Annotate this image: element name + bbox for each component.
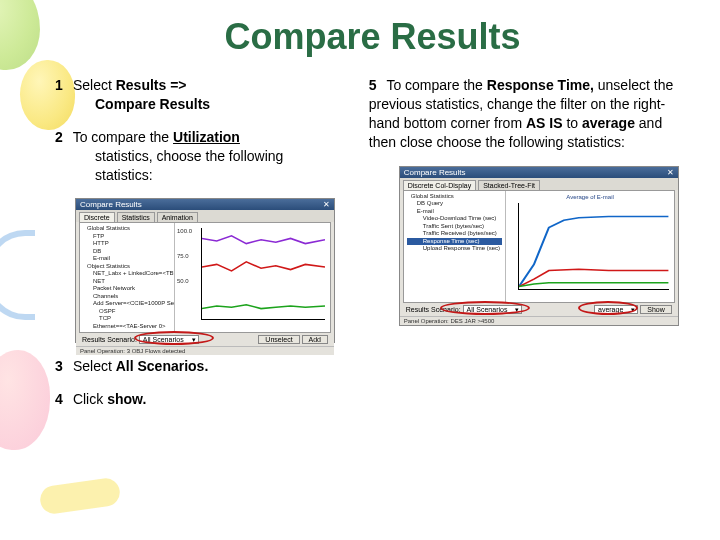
tree-node: NET_Labx + LinkedCore=<TB>=<0> — [83, 270, 171, 278]
shot2-status: Panel Operation: DES JAR >4500 — [400, 316, 678, 325]
tree-node: E-mail — [407, 208, 503, 216]
step-5-number: 5 — [369, 76, 383, 95]
shot1-unselect-btn: Unselect — [258, 335, 299, 344]
pill-yellow-decor — [38, 477, 121, 516]
tree-node: Packet Network — [83, 285, 171, 293]
step-5-bold-1: Response Time, — [487, 77, 594, 93]
tree-node: E-mail — [83, 255, 171, 263]
tree-node: Upload Response Time (sec) — [407, 245, 503, 253]
shot1-tab-2: Animation — [157, 212, 198, 222]
tree-node: Ethernet==<TAE-Server 0> — [83, 323, 171, 331]
step-1-bold-1: Results => — [116, 77, 187, 93]
tree-node: OSPF — [83, 308, 171, 316]
step-2-number: 2 — [55, 128, 69, 147]
close-icon: ✕ — [667, 168, 674, 177]
tree-node-selected: Response Time (sec) — [407, 238, 503, 246]
step-3-number: 3 — [55, 357, 69, 376]
shot1-add-btn: Add — [302, 335, 328, 344]
step-3-bold: All Scenarios. — [116, 358, 209, 374]
tree-node: DB — [83, 248, 171, 256]
shot1-tree: Global Statistics FTP HTTP DB E-mail Obj… — [80, 223, 175, 332]
step-4-bold: show. — [107, 391, 146, 407]
shot2-highlight-oval-2 — [578, 301, 638, 315]
shot2-chart-title: Average of E-mail — [509, 194, 670, 200]
shot2-show-btn: Show — [640, 305, 672, 314]
tree-node: NET — [83, 278, 171, 286]
tree-node: Traffic Sent (bytes/sec) — [407, 223, 503, 231]
screenshot-1: Compare Results ✕ Discrete Statistics An… — [75, 198, 335, 343]
shot1-dropdown-label: Results Scenario: — [82, 336, 137, 343]
step-2: 2 To compare the Utilization statistics,… — [55, 128, 341, 185]
tree-node: DB Query — [407, 200, 503, 208]
step-5-mid-2: to — [563, 115, 582, 131]
step-1: 1 Select Results => Compare Results — [55, 76, 341, 114]
step-1-text-pre: Select — [73, 77, 116, 93]
shot2-chart-svg — [519, 203, 668, 289]
shot2-tree: Global Statistics DB Query E-mail Video-… — [404, 191, 507, 302]
step-2-text-post: statistics, choose the following statist… — [55, 147, 341, 185]
step-5-bold-3: average — [582, 115, 635, 131]
step-5-bold-2: AS IS — [526, 115, 563, 131]
tree-node: Channels — [83, 293, 171, 301]
step-2-underline: Utilization — [173, 129, 240, 145]
shot1-tab-1: Statistics — [117, 212, 155, 222]
step-5: 5 To compare the Response Time, unselect… — [369, 76, 687, 152]
shot2-plot: Average of E-mail — [506, 191, 673, 302]
step-5-pre: To compare the — [386, 77, 486, 93]
tree-node: FTP — [83, 233, 171, 241]
step-1-number: 1 — [55, 76, 69, 95]
tree-node: Video-Download Time (sec) — [407, 215, 503, 223]
shot1-chart-svg — [202, 228, 325, 319]
shot1-ylab-0: 100.0 — [177, 228, 192, 234]
step-2-text-pre: To compare the — [73, 129, 173, 145]
tree-node: Add Server=<CCIE=1000P Series> — [83, 300, 171, 308]
shot2-tab-1: Stacked-Tree-Fit — [478, 180, 540, 190]
step-4-text-pre: Click — [73, 391, 107, 407]
tree-node: HTTP — [83, 240, 171, 248]
shot1-ylab-2: 50.0 — [177, 278, 189, 284]
tree-node: Global Statistics — [83, 225, 171, 233]
tree-node: Object Statistics — [83, 263, 171, 271]
step-3: 3 Select All Scenarios. — [55, 357, 341, 376]
shot1-ylab-1: 75.0 — [177, 253, 189, 259]
tree-node: TCP — [83, 315, 171, 323]
step-3-text-pre: Select — [73, 358, 116, 374]
step-1-bold-2: Compare Results — [95, 96, 210, 112]
step-4: 4 Click show. — [55, 390, 341, 409]
step-4-number: 4 — [55, 390, 69, 409]
tree-node: Traffic Received (bytes/sec) — [407, 230, 503, 238]
shot2-window-title: Compare Results — [404, 168, 466, 177]
page-title: Compare Results — [55, 16, 690, 58]
shot1-status: Panel Operation: 3 OBJ Flows detected — [76, 346, 334, 355]
tree-node: Global Statistics — [407, 193, 503, 201]
shot1-plot: 100.0 75.0 50.0 — [175, 223, 330, 332]
shot1-tab-0: Discrete — [79, 212, 115, 222]
shot2-highlight-oval-1 — [440, 301, 530, 315]
shot2-tab-0: Discrete Col-Display — [403, 180, 476, 190]
screenshot-2: Compare Results ✕ Discrete Col-Display S… — [399, 166, 679, 326]
shot1-window-title: Compare Results — [80, 200, 142, 209]
close-icon: ✕ — [323, 200, 330, 209]
